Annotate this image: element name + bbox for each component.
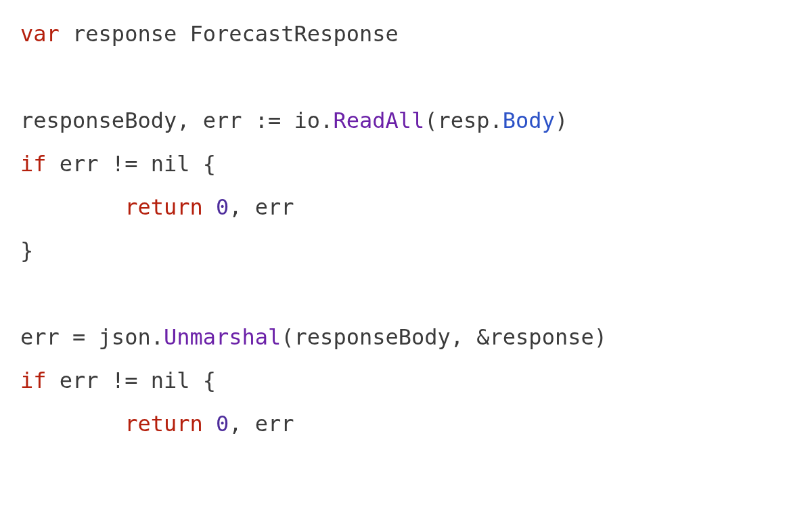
literal-zero: 0 bbox=[216, 194, 229, 220]
space bbox=[203, 411, 216, 437]
lhs-assign: err = json. bbox=[20, 324, 164, 350]
indent bbox=[20, 411, 125, 437]
call-tail: (responseBody, &response) bbox=[281, 324, 607, 350]
call-tail: ) bbox=[555, 108, 568, 133]
if-cond: err != nil { bbox=[47, 151, 216, 177]
code-line: responseBody, err := io.ReadAll(resp.Bod… bbox=[20, 108, 568, 133]
code-line: if err != nil { bbox=[20, 151, 216, 177]
member-body: Body bbox=[503, 108, 555, 133]
lhs-assign: responseBody, err := io. bbox=[20, 108, 333, 133]
keyword-if: if bbox=[20, 368, 47, 393]
if-cond: err != nil { bbox=[47, 368, 216, 393]
indent bbox=[20, 194, 125, 220]
code-line: return 0, err bbox=[20, 194, 294, 220]
declaration-text: response ForecastResponse bbox=[60, 21, 399, 47]
code-line: var response ForecastResponse bbox=[20, 21, 399, 47]
code-block: var response ForecastResponse responseBo… bbox=[0, 0, 812, 445]
keyword-var: var bbox=[20, 21, 60, 47]
literal-zero: 0 bbox=[216, 411, 229, 437]
closing-brace: } bbox=[20, 238, 33, 263]
keyword-return: return bbox=[125, 411, 203, 437]
code-line: } bbox=[20, 238, 33, 263]
space bbox=[203, 194, 216, 220]
func-readall: ReadAll bbox=[333, 108, 424, 133]
code-line: err = json.Unmarshal(responseBody, &resp… bbox=[20, 324, 607, 350]
keyword-return: return bbox=[125, 194, 203, 220]
code-line: return 0, err bbox=[20, 411, 294, 437]
call-mid: (resp. bbox=[424, 108, 503, 133]
return-tail: , err bbox=[229, 411, 294, 437]
code-line: if err != nil { bbox=[20, 368, 216, 393]
return-tail: , err bbox=[229, 194, 294, 220]
keyword-if: if bbox=[20, 151, 47, 177]
func-unmarshal: Unmarshal bbox=[164, 324, 281, 350]
